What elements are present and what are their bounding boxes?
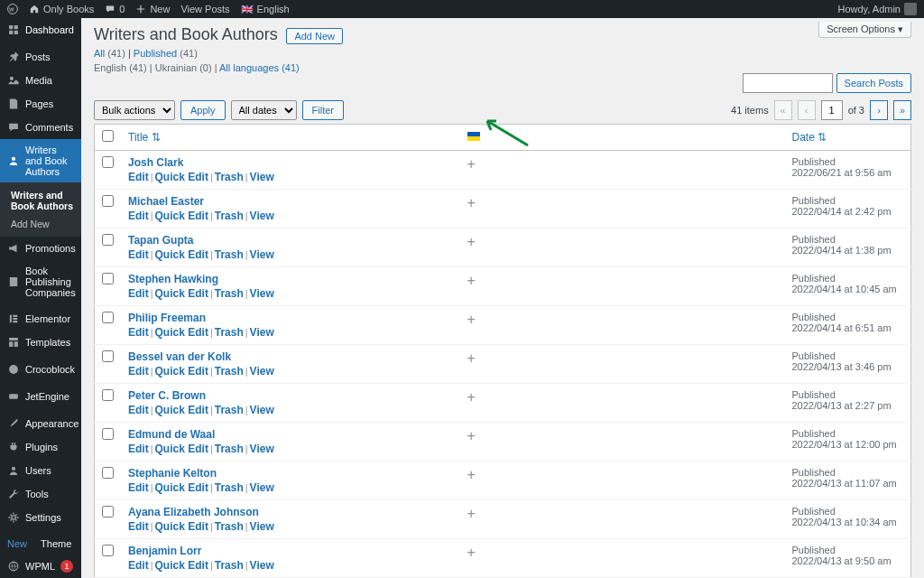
action-quick-edit[interactable]: Quick Edit <box>155 559 208 572</box>
filter-all[interactable]: All <box>94 48 105 59</box>
action-trash[interactable]: Trash <box>215 171 244 183</box>
page-last[interactable]: » <box>893 100 911 120</box>
action-edit[interactable]: Edit <box>128 326 149 339</box>
action-view[interactable]: View <box>250 248 274 261</box>
sidebar-item-jetengine[interactable]: JetEngine <box>0 385 81 408</box>
action-quick-edit[interactable]: Quick Edit <box>155 520 208 533</box>
add-translation-icon[interactable]: + <box>467 273 476 288</box>
row-title-link[interactable]: Bessel van der Kolk <box>128 350 231 363</box>
howdy-user[interactable]: Howdy, Admin <box>838 3 918 15</box>
select-all-checkbox[interactable] <box>102 130 114 142</box>
page-current-input[interactable] <box>821 100 843 120</box>
date-filter-select[interactable]: All dates <box>231 100 297 120</box>
sidebar-item-plugins[interactable]: Plugins <box>0 435 81 459</box>
add-translation-icon[interactable]: + <box>467 506 476 521</box>
row-title-link[interactable]: Benjamin Lorr <box>128 545 201 557</box>
sidebar-item-wpml[interactable]: WPML 1 <box>0 555 81 578</box>
row-checkbox[interactable] <box>102 195 114 207</box>
action-edit[interactable]: Edit <box>128 287 149 300</box>
row-checkbox[interactable] <box>102 234 114 246</box>
row-checkbox[interactable] <box>102 312 114 323</box>
add-translation-icon[interactable]: + <box>467 156 476 172</box>
action-trash[interactable]: Trash <box>215 287 244 300</box>
action-edit[interactable]: Edit <box>128 171 149 183</box>
action-quick-edit[interactable]: Quick Edit <box>155 404 208 416</box>
action-view[interactable]: View <box>250 171 274 183</box>
sidebar-item-crocoblock[interactable]: Crocoblock <box>0 358 81 381</box>
sidebar-item-settings[interactable]: Settings <box>0 506 81 529</box>
row-title-link[interactable]: Philip Freeman <box>128 312 206 324</box>
action-trash[interactable]: Trash <box>215 210 244 222</box>
sidebar-item-media[interactable]: Media <box>0 69 81 92</box>
filter-published[interactable]: Published <box>134 48 177 59</box>
action-view[interactable]: View <box>250 443 274 455</box>
lang-ukrainian[interactable]: Ukrainian (0) <box>155 62 212 73</box>
sidebar-item-users[interactable]: Users <box>0 459 81 482</box>
action-trash[interactable]: Trash <box>215 520 244 533</box>
action-quick-edit[interactable]: Quick Edit <box>155 287 208 300</box>
action-edit[interactable]: Edit <box>128 481 149 494</box>
sidebar-item-writers[interactable]: Writers and Book Authors <box>0 139 81 182</box>
action-trash[interactable]: Trash <box>215 404 244 416</box>
add-translation-icon[interactable]: + <box>467 545 476 560</box>
add-translation-icon[interactable]: + <box>467 312 476 327</box>
row-checkbox[interactable] <box>102 467 114 479</box>
filter-button[interactable]: Filter <box>302 100 344 120</box>
row-title-link[interactable]: Michael Easter <box>128 195 204 208</box>
wp-logo[interactable] <box>7 4 18 14</box>
sidebar-item-pages[interactable]: Pages <box>0 92 81 116</box>
add-translation-icon[interactable]: + <box>467 350 476 366</box>
search-input[interactable] <box>743 73 833 93</box>
row-checkbox[interactable] <box>102 545 114 556</box>
action-trash[interactable]: Trash <box>215 365 244 378</box>
sidebar-item-promotions[interactable]: Promotions <box>0 237 81 260</box>
row-title-link[interactable]: Ayana Elizabeth Johnson <box>128 506 259 518</box>
search-button[interactable]: Search Posts <box>836 73 911 93</box>
action-trash[interactable]: Trash <box>215 326 244 339</box>
sidebar-item-theme[interactable]: New Theme <box>0 533 81 555</box>
action-view[interactable]: View <box>250 326 274 339</box>
action-trash[interactable]: Trash <box>215 559 244 572</box>
lang-all[interactable]: All languages (41) <box>219 62 300 73</box>
sidebar-item-publishing[interactable]: Book Publishing Companies <box>0 260 81 303</box>
sidebar-item-comments[interactable]: Comments <box>0 116 81 139</box>
sidebar-item-dashboard[interactable]: Dashboard <box>0 18 81 42</box>
sidebar-item-tools[interactable]: Tools <box>0 482 81 506</box>
action-edit[interactable]: Edit <box>128 404 149 416</box>
row-checkbox[interactable] <box>102 389 114 401</box>
column-date[interactable]: Date ⇅ <box>792 131 827 144</box>
page-next[interactable]: › <box>870 100 888 120</box>
action-trash[interactable]: Trash <box>215 443 244 455</box>
action-view[interactable]: View <box>250 481 274 494</box>
action-edit[interactable]: Edit <box>128 210 149 222</box>
action-view[interactable]: View <box>250 404 274 416</box>
row-checkbox[interactable] <box>102 156 114 168</box>
action-quick-edit[interactable]: Quick Edit <box>155 365 208 378</box>
add-translation-icon[interactable]: + <box>467 428 476 443</box>
language-switcher[interactable]: 🇬🇧 English <box>241 4 290 15</box>
view-posts[interactable]: View Posts <box>180 4 229 14</box>
row-title-link[interactable]: Stephen Hawking <box>128 273 218 285</box>
action-quick-edit[interactable]: Quick Edit <box>155 210 208 222</box>
action-edit[interactable]: Edit <box>128 443 149 455</box>
action-quick-edit[interactable]: Quick Edit <box>155 248 208 261</box>
action-view[interactable]: View <box>250 287 274 300</box>
row-checkbox[interactable] <box>102 506 114 517</box>
apply-button[interactable]: Apply <box>180 100 226 120</box>
screen-options[interactable]: Screen Options ▾ <box>818 22 911 38</box>
add-translation-icon[interactable]: + <box>467 195 476 210</box>
comments-count[interactable]: 0 <box>105 4 125 14</box>
sidebar-item-appearance[interactable]: Appearance <box>0 412 81 435</box>
add-new-button[interactable]: Add New <box>286 28 343 44</box>
column-title[interactable]: Title ⇅ <box>128 131 161 144</box>
submenu-writers[interactable]: Writers and Book Authors <box>0 186 81 215</box>
row-title-link[interactable]: Peter C. Brown <box>128 389 206 402</box>
sidebar-item-templates[interactable]: Templates <box>0 331 81 354</box>
sidebar-item-elementor[interactable]: Elementor <box>0 307 81 331</box>
row-checkbox[interactable] <box>102 428 114 440</box>
row-checkbox[interactable] <box>102 273 114 284</box>
action-quick-edit[interactable]: Quick Edit <box>155 443 208 455</box>
action-view[interactable]: View <box>250 559 274 572</box>
row-title-link[interactable]: Stephanie Kelton <box>128 467 217 480</box>
row-title-link[interactable]: Tapan Gupta <box>128 234 193 247</box>
